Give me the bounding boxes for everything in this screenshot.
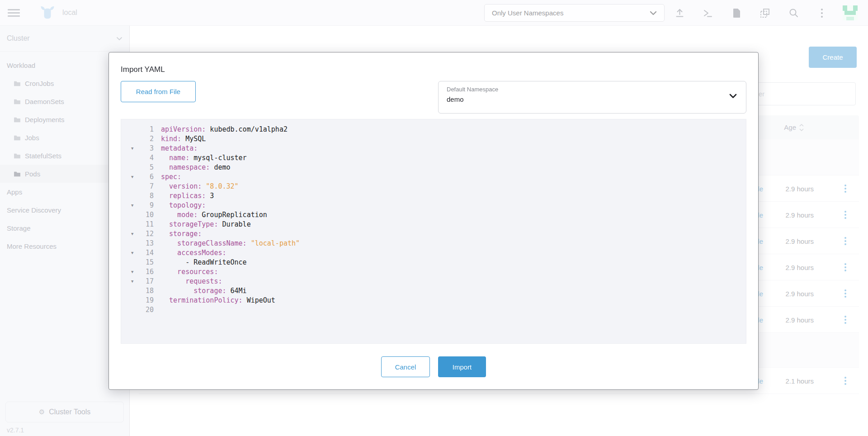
code-text: name: mysql-cluster xyxy=(161,153,746,163)
yaml-token-key: topology: xyxy=(161,201,206,209)
yaml-token-key: namespace: xyxy=(161,163,210,171)
line-number: 18 xyxy=(146,286,154,296)
code-line: 18 storage: 64Mi xyxy=(121,286,746,296)
line-number: 13 xyxy=(146,239,154,248)
yaml-token-val: 3 xyxy=(206,192,214,200)
code-line: 13 storageClassName: "local-path" xyxy=(121,239,746,248)
code-gutter: ▼12 xyxy=(121,229,161,239)
yaml-token-val: demo xyxy=(210,163,230,171)
code-text: resources: xyxy=(161,267,746,277)
yaml-token-val: MySQL xyxy=(181,135,206,143)
code-gutter: 20 xyxy=(121,305,161,315)
yaml-token-key: name: xyxy=(161,154,189,162)
code-text: storage: xyxy=(161,229,746,239)
yaml-token-val: mysql-cluster xyxy=(189,154,246,162)
line-number: 4 xyxy=(150,153,154,163)
code-text: topology: xyxy=(161,201,746,210)
fold-arrow-icon[interactable]: ▼ xyxy=(131,229,133,239)
code-gutter: 2 xyxy=(121,134,161,144)
default-namespace-select[interactable]: Default Namespace demo xyxy=(438,81,746,114)
line-number: 12 xyxy=(146,229,154,239)
code-line: ▼17 requests: xyxy=(121,277,746,286)
code-text: terminationPolicy: WipeOut xyxy=(161,296,746,305)
yaml-token-key: resources: xyxy=(161,268,218,276)
line-number: 20 xyxy=(146,305,154,315)
code-text: version: "8.0.32" xyxy=(161,182,746,191)
code-text: replicas: 3 xyxy=(161,191,746,201)
code-gutter: ▼3 xyxy=(121,144,161,153)
code-line: ▼9 topology: xyxy=(121,201,746,210)
code-gutter: ▼17 xyxy=(121,277,161,286)
yaml-token-key: storageClassName: xyxy=(161,239,247,247)
default-namespace-label: Default Namespace xyxy=(447,86,738,93)
import-button[interactable]: Import xyxy=(438,356,486,377)
line-number: 9 xyxy=(150,201,154,210)
code-line: ▼6spec: xyxy=(121,172,746,182)
line-number: 8 xyxy=(150,191,154,201)
read-from-file-button[interactable]: Read from File xyxy=(121,81,196,102)
yaml-token-key: kind: xyxy=(161,135,181,143)
yaml-token-str: "8.0.32" xyxy=(202,182,238,190)
code-line: ▼16 resources: xyxy=(121,267,746,277)
code-text: storageClassName: "local-path" xyxy=(161,239,746,248)
default-namespace-value: demo xyxy=(447,95,738,103)
code-text: storage: 64Mi xyxy=(161,286,746,296)
cancel-button[interactable]: Cancel xyxy=(381,356,430,377)
code-line: 20 xyxy=(121,305,746,315)
fold-arrow-icon[interactable]: ▼ xyxy=(131,267,133,277)
line-number: 1 xyxy=(150,125,154,134)
code-line: 4 name: mysql-cluster xyxy=(121,153,746,163)
fold-arrow-icon[interactable]: ▼ xyxy=(131,144,133,153)
code-text: storageType: Durable xyxy=(161,220,746,229)
yaml-token-val: kubedb.com/v1alpha2 xyxy=(206,125,288,133)
code-line: 8 replicas: 3 xyxy=(121,191,746,201)
code-text: requests: xyxy=(161,277,746,286)
code-text: apiVersion: kubedb.com/v1alpha2 xyxy=(161,125,746,134)
code-gutter: 18 xyxy=(121,286,161,296)
code-gutter: 19 xyxy=(121,296,161,305)
yaml-code-editor[interactable]: 1apiVersion: kubedb.com/v1alpha22kind: M… xyxy=(121,119,746,344)
code-gutter: ▼6 xyxy=(121,172,161,182)
line-number: 10 xyxy=(146,210,154,220)
fold-arrow-icon[interactable]: ▼ xyxy=(131,172,133,182)
yaml-token-key: spec: xyxy=(161,173,181,181)
line-number: 14 xyxy=(146,248,154,258)
line-number: 2 xyxy=(150,134,154,144)
fold-arrow-icon[interactable]: ▼ xyxy=(131,277,133,286)
yaml-token-key: accessModes: xyxy=(161,249,226,257)
code-gutter: 5 xyxy=(121,163,161,172)
code-line: ▼12 storage: xyxy=(121,229,746,239)
yaml-token-key: storageType: xyxy=(161,220,218,228)
code-gutter: ▼9 xyxy=(121,201,161,210)
code-line: 10 mode: GroupReplication xyxy=(121,210,746,220)
code-line: 7 version: "8.0.32" xyxy=(121,182,746,191)
code-gutter: 10 xyxy=(121,210,161,220)
yaml-token-val: Durable xyxy=(218,220,250,228)
yaml-token-key: mode: xyxy=(161,211,198,219)
fold-arrow-icon[interactable]: ▼ xyxy=(131,248,133,258)
code-line: ▼3metadata: xyxy=(121,144,746,153)
yaml-token-key: storage: xyxy=(161,287,226,295)
yaml-token-val: GroupReplication xyxy=(198,211,267,219)
modal-actions: Cancel Import xyxy=(109,356,758,377)
code-gutter: 1 xyxy=(121,125,161,134)
code-gutter: 15 xyxy=(121,258,161,267)
code-line: 1apiVersion: kubedb.com/v1alpha2 xyxy=(121,125,746,134)
modal-title: Import YAML xyxy=(121,65,165,74)
yaml-token-key: apiVersion: xyxy=(161,125,206,133)
code-gutter: 11 xyxy=(121,220,161,229)
yaml-token-val: WipeOut xyxy=(243,296,275,304)
code-gutter: 7 xyxy=(121,182,161,191)
code-gutter: ▼14 xyxy=(121,248,161,258)
yaml-token-val: 64Mi xyxy=(226,287,247,295)
line-number: 16 xyxy=(146,267,154,277)
code-text: spec: xyxy=(161,172,746,182)
line-number: 17 xyxy=(146,277,154,286)
code-gutter: 13 xyxy=(121,239,161,248)
code-text: - ReadWriteOnce xyxy=(161,258,746,267)
fold-arrow-icon[interactable]: ▼ xyxy=(131,201,133,210)
yaml-token-key: version: xyxy=(161,182,202,190)
line-number: 5 xyxy=(150,163,154,172)
yaml-token-key: metadata: xyxy=(161,144,198,152)
yaml-token-key: replicas: xyxy=(161,192,206,200)
